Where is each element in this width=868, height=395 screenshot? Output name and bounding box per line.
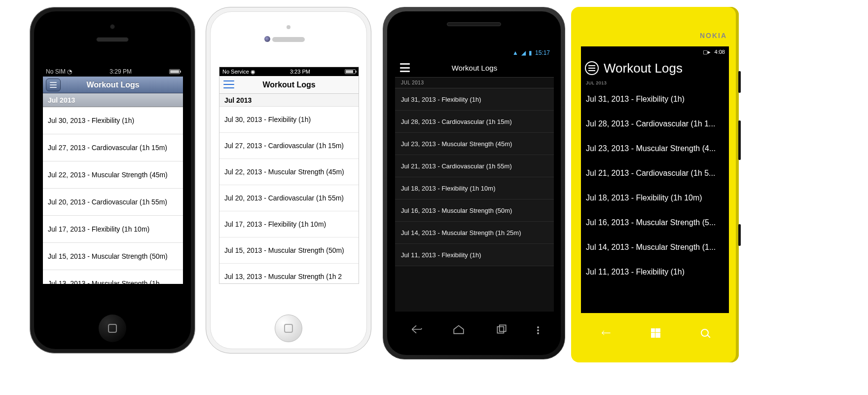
device-iphone4-white: No Service ◉ 3:23 PM Workout Logs Jul 20…: [206, 7, 371, 354]
sensor-icon: [287, 25, 290, 29]
status-time: 3:23 PM: [290, 69, 310, 75]
wifi-icon: ▲: [512, 49, 518, 56]
list-item[interactable]: Jul 14, 2013 - Muscular Strength (1...: [581, 235, 729, 260]
list-item[interactable]: Jul 11, 2013 - Flexibility (1h): [395, 244, 554, 266]
list-item[interactable]: Jul 31, 2013 - Flexibility (1h): [581, 87, 729, 112]
search-button[interactable]: [701, 329, 709, 337]
nav-bar: Workout Logs: [219, 76, 359, 94]
list-item[interactable]: Jul 15, 2013 - Muscular Strength (50m): [43, 243, 183, 270]
battery-icon: [169, 69, 180, 74]
overflow-button[interactable]: [537, 326, 539, 334]
screen-wp: ▢▸ 4:08 Workout Logs JUL 2013 Jul 31, 20…: [581, 46, 729, 313]
home-button[interactable]: [452, 323, 465, 338]
side-button[interactable]: [738, 120, 741, 160]
list-item[interactable]: Jul 13, 2013 - Muscular Strength (1h 2: [219, 264, 359, 284]
list-item[interactable]: Jul 14, 2013 - Muscular Strength (1h 25m…: [395, 222, 554, 244]
camera-icon: [110, 24, 115, 29]
softkey-bar: 🡐: [581, 323, 729, 343]
nav-bar: Workout Logs: [395, 59, 554, 78]
windows-button[interactable]: [651, 328, 660, 338]
side-button[interactable]: [738, 71, 741, 93]
list-item[interactable]: Jul 11, 2013 - Flexibility (1h): [581, 260, 729, 284]
list-item[interactable]: Jul 23, 2013 - Muscular Strength (45m): [395, 133, 554, 155]
back-button[interactable]: 🡐: [601, 327, 611, 339]
section-header: Jul 2013: [219, 94, 359, 107]
status-bar: ▲ ◢ ▮ 15:17: [395, 47, 554, 59]
speaker-icon: [96, 37, 129, 42]
status-time: 3:29 PM: [109, 68, 132, 75]
list-item[interactable]: Jul 23, 2013 - Muscular Strength (4...: [581, 136, 729, 161]
section-header: Jul 2013: [43, 93, 183, 107]
nav-bar: Workout Logs: [581, 57, 729, 79]
section-header: JUL 2013: [581, 79, 729, 87]
page-title: Workout Logs: [452, 64, 497, 72]
recent-button[interactable]: [495, 323, 507, 338]
list-item[interactable]: Jul 30, 2013 - Flexibility (1h): [43, 107, 183, 134]
screen-android: ▲ ◢ ▮ 15:17 Workout Logs JUL 2013 Jul 31…: [395, 47, 554, 312]
back-button[interactable]: [410, 323, 423, 338]
log-list[interactable]: Jul 31, 2013 - Flexibility (1h) Jul 28, …: [581, 87, 729, 284]
page-title: Workout Logs: [262, 80, 315, 89]
device-android: ▲ ◢ ▮ 15:17 Workout Logs JUL 2013 Jul 31…: [383, 7, 565, 359]
nav-bar: Workout Logs: [43, 77, 183, 93]
list-item[interactable]: Jul 20, 2013 - Cardiovascular (1h 55m): [43, 189, 183, 216]
softkey-bar: [395, 318, 554, 342]
list-item[interactable]: Jul 21, 2013 - Cardiovascular (1h 5...: [581, 161, 729, 186]
list-item[interactable]: Jul 31, 2013 - Flexibility (1h): [395, 88, 554, 111]
page-title: Workout Logs: [86, 80, 139, 89]
speaker-icon: [272, 37, 305, 42]
list-item[interactable]: Jul 17, 2013 - Flexibility (1h 10m): [43, 216, 183, 243]
list-item[interactable]: Jul 28, 2013 - Cardiovascular (1h 15m): [395, 111, 554, 133]
list-item[interactable]: Jul 18, 2013 - Flexibility (1h 10m): [581, 186, 729, 210]
menu-button[interactable]: [223, 80, 234, 88]
carrier-label: No Service: [222, 69, 249, 75]
camera-icon: [264, 36, 270, 42]
list-item[interactable]: Jul 30, 2013 - Flexibility (1h): [219, 107, 359, 133]
side-button[interactable]: [738, 224, 741, 246]
carrier-label: No SIM: [46, 68, 66, 75]
log-list[interactable]: Jul 31, 2013 - Flexibility (1h) Jul 28, …: [395, 88, 554, 266]
device-iphone4-black: No SIM ◔ 3:29 PM Workout Logs Jul 2013 J…: [30, 7, 195, 354]
speaker-icon: [447, 22, 501, 26]
svg-rect-1: [500, 325, 506, 331]
list-item[interactable]: Jul 27, 2013 - Cardiovascular (1h 15m): [43, 134, 183, 161]
list-item[interactable]: Jul 22, 2013 - Muscular Strength (45m): [43, 161, 183, 189]
screen-ios7: No Service ◉ 3:23 PM Workout Logs Jul 20…: [219, 67, 359, 284]
log-list[interactable]: Jul 30, 2013 - Flexibility (1h) Jul 27, …: [43, 107, 183, 284]
battery-icon: ▮: [529, 49, 532, 56]
battery-icon: [345, 69, 356, 74]
home-button[interactable]: [275, 315, 302, 342]
list-item[interactable]: Jul 27, 2013 - Cardiovascular (1h 15m): [219, 133, 359, 159]
screen-ios6: No SIM ◔ 3:29 PM Workout Logs Jul 2013 J…: [43, 67, 183, 284]
list-item[interactable]: Jul 16, 2013 - Muscular Strength (5...: [581, 210, 729, 235]
list-item[interactable]: Jul 22, 2013 - Muscular Strength (45m): [219, 159, 359, 185]
status-bar: ▢▸ 4:08: [581, 46, 729, 57]
section-header: JUL 2013: [395, 78, 554, 88]
home-button[interactable]: [99, 315, 126, 342]
list-item[interactable]: Jul 17, 2013 - Flexibility (1h 10m): [219, 211, 359, 237]
menu-button[interactable]: [46, 79, 61, 91]
status-bar: No Service ◉ 3:23 PM: [219, 67, 359, 76]
menu-button[interactable]: [585, 61, 599, 75]
device-windows-phone: NOKIA ▢▸ 4:08 Workout Logs JUL 2013 Jul …: [571, 7, 739, 362]
svg-rect-0: [497, 327, 504, 333]
list-item[interactable]: Jul 21, 2013 - Cardiovascular (1h 55m): [395, 155, 554, 177]
menu-button[interactable]: [400, 63, 410, 72]
log-list[interactable]: Jul 30, 2013 - Flexibility (1h) Jul 27, …: [219, 107, 359, 284]
list-item[interactable]: Jul 15, 2013 - Muscular Strength (50m): [219, 237, 359, 264]
signal-icon: ◢: [521, 49, 526, 56]
battery-icon: ▢▸: [703, 49, 711, 55]
page-title: Workout Logs: [604, 61, 683, 76]
status-time: 15:17: [535, 49, 550, 56]
wifi-icon: ◔: [67, 68, 72, 75]
list-item[interactable]: Jul 16, 2013 - Muscular Strength (50m): [395, 199, 554, 222]
brand-label: NOKIA: [700, 32, 727, 40]
status-bar: No SIM ◔ 3:29 PM: [43, 67, 183, 77]
list-item[interactable]: Jul 20, 2013 - Cardiovascular (1h 55m): [219, 185, 359, 211]
list-item[interactable]: Jul 13, 2013 - Muscular Strength (1h: [43, 270, 183, 284]
status-time: 4:08: [715, 49, 725, 55]
list-item[interactable]: Jul 28, 2013 - Cardiovascular (1h 1...: [581, 112, 729, 136]
list-item[interactable]: Jul 18, 2013 - Flexibility (1h 10m): [395, 177, 554, 199]
